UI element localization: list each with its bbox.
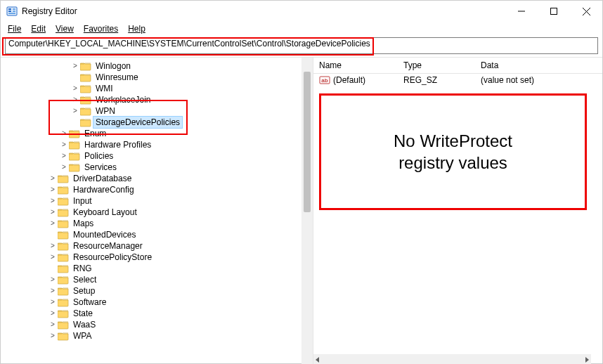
tree-item[interactable]: >Hardware Profiles (4, 139, 313, 150)
tree-item[interactable]: >Enum (4, 128, 313, 139)
folder-icon (58, 174, 69, 183)
tree-item[interactable]: >Select (4, 274, 313, 285)
tree-item[interactable]: >WaaS (4, 319, 313, 330)
col-data[interactable]: Data (481, 60, 498, 70)
expand-chevron-icon[interactable]: > (48, 240, 57, 252)
address-bar[interactable]: Computer\HKEY_LOCAL_MACHINE\SYSTEM\Curre… (5, 37, 598, 54)
scroll-right-icon[interactable] (584, 357, 590, 363)
minimize-button[interactable] (505, 1, 538, 22)
expand-chevron-icon[interactable]: > (60, 139, 68, 150)
expand-chevron-icon[interactable]: > (48, 184, 57, 195)
registry-editor-window: Registry Editor File Edit View Favorites… (0, 0, 603, 364)
tree-pane[interactable]: >WinlogonWinresume>WMI>WorkplaceJoin>WPN… (1, 58, 313, 364)
tree-item-label: Winresume (93, 72, 141, 83)
tree-item[interactable]: >Setup (4, 285, 313, 297)
expand-chevron-icon[interactable]: > (60, 162, 68, 173)
folder-icon (58, 230, 69, 240)
tree-item[interactable]: >WMI (4, 83, 313, 94)
tree-item[interactable]: >HardwareConfig (4, 184, 313, 195)
expand-chevron-icon[interactable]: > (48, 330, 57, 342)
tree-item[interactable]: >DriverDatabase (4, 173, 313, 184)
tree-item[interactable]: >Maps (4, 218, 313, 229)
tree-item[interactable]: >ResourceManager (4, 240, 313, 252)
value-type: REG_SZ (403, 75, 481, 85)
tree-item-label: ResourcePolicyStore (71, 252, 154, 263)
tree-item-label: State (71, 308, 95, 319)
tree-scrollbar[interactable] (302, 58, 313, 364)
maximize-button[interactable] (538, 1, 570, 22)
menu-file[interactable]: File (5, 23, 27, 34)
scroll-left-icon[interactable] (315, 357, 320, 363)
value-row[interactable]: ab (Default) REG_SZ (value not set) (313, 74, 602, 86)
svg-rect-1 (8, 8, 11, 10)
menu-edit[interactable]: Edit (28, 23, 51, 34)
tree-item[interactable]: MountedDevices (4, 229, 313, 240)
folder-icon (80, 117, 91, 127)
tree-item[interactable]: >Policies (4, 150, 313, 162)
menu-help[interactable]: Help (125, 23, 151, 34)
values-pane: Name Type Data ab (Default) REG_SZ (valu… (313, 58, 602, 364)
annotation-callout: No WriteProtectregistry values (319, 93, 587, 210)
content-area: >WinlogonWinresume>WMI>WorkplaceJoin>WPN… (1, 57, 602, 364)
expand-chevron-icon[interactable]: > (71, 105, 79, 117)
tree-item-label: WMI (93, 83, 115, 94)
folder-icon (69, 162, 80, 172)
expand-chevron-icon[interactable]: > (48, 218, 57, 229)
menu-favorites[interactable]: Favorites (81, 23, 124, 34)
close-button[interactable] (570, 1, 602, 22)
tree-item[interactable]: >Software (4, 297, 313, 308)
tree-item[interactable]: >WPN (4, 105, 313, 117)
tree-item[interactable]: >State (4, 308, 313, 319)
tree-item-label: Enum (82, 128, 108, 139)
values-list[interactable]: ab (Default) REG_SZ (value not set) No W… (313, 74, 602, 364)
tree-item[interactable]: RNG (4, 263, 313, 274)
tree-item[interactable]: >WPA (4, 330, 313, 342)
expand-chevron-icon[interactable]: > (48, 274, 57, 285)
folder-icon (58, 185, 69, 195)
menu-view[interactable]: View (53, 23, 79, 34)
svg-marker-12 (316, 357, 319, 363)
folder-icon (58, 196, 69, 206)
expand-chevron-icon[interactable]: > (71, 83, 79, 94)
tree-item-label: RNG (71, 263, 94, 274)
tree-item[interactable]: >Winlogon (4, 60, 313, 72)
expand-chevron-icon[interactable]: > (48, 297, 57, 308)
column-headers[interactable]: Name Type Data (313, 58, 602, 74)
tree-item[interactable]: >Input (4, 195, 313, 207)
tree-item-label: Winlogon (93, 60, 133, 72)
expand-chevron-icon[interactable]: > (48, 319, 57, 330)
expand-chevron-icon[interactable]: > (48, 207, 57, 218)
col-name[interactable]: Name (319, 60, 403, 70)
expand-chevron-icon[interactable]: > (71, 60, 79, 72)
value-data: (value not set) (481, 75, 534, 85)
folder-icon (58, 297, 69, 307)
svg-rect-4 (13, 11, 15, 12)
tree-item-label: Select (71, 274, 98, 285)
tree-item[interactable]: >ResourcePolicyStore (4, 252, 313, 263)
tree-item[interactable]: >WorkplaceJoin (4, 94, 313, 105)
expand-chevron-icon[interactable]: > (60, 128, 68, 139)
expand-chevron-icon[interactable]: > (48, 285, 57, 297)
expand-chevron-icon[interactable]: > (48, 173, 57, 184)
scrollbar-thumb[interactable] (304, 72, 311, 212)
folder-icon (69, 140, 80, 150)
expand-chevron-icon[interactable]: > (48, 308, 57, 319)
expand-chevron-icon[interactable]: > (71, 94, 79, 105)
horizontal-scrollbar[interactable] (313, 354, 591, 364)
tree-item-label: MountedDevices (71, 229, 138, 240)
folder-icon (58, 219, 69, 228)
regedit-app-icon (6, 6, 18, 17)
tree-item-label: WorkplaceJoin (93, 94, 153, 105)
tree-item[interactable]: >Keyboard Layout (4, 207, 313, 218)
folder-icon (80, 95, 91, 105)
expand-chevron-icon[interactable]: > (60, 150, 68, 162)
folder-icon (80, 84, 91, 93)
tree-item[interactable]: StorageDevicePolicies (4, 117, 313, 128)
expand-chevron-icon[interactable]: > (48, 195, 57, 207)
folder-icon (58, 275, 69, 285)
col-type[interactable]: Type (403, 60, 481, 70)
tree-item[interactable]: >Services (4, 162, 313, 173)
expand-chevron-icon[interactable]: > (48, 252, 57, 263)
tree-item[interactable]: Winresume (4, 72, 313, 83)
folder-icon (80, 106, 91, 116)
